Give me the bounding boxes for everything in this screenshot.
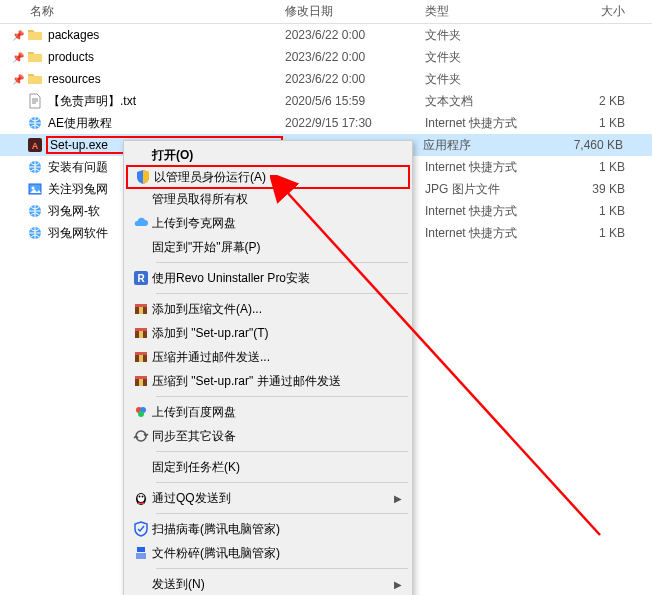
svg-point-27: [139, 496, 141, 498]
menu-qq-label: 通过QQ发送到: [152, 490, 392, 507]
menu-revo-install[interactable]: R 使用Revo Uninstaller Pro安装: [126, 266, 410, 290]
menu-pin-taskbar[interactable]: 固定到任务栏(K): [126, 455, 410, 479]
menu-rar-mailto[interactable]: 压缩到 "Set-up.rar" 并通过邮件发送: [126, 369, 410, 393]
file-row[interactable]: AE使用教程2022/9/15 17:30Internet 快捷方式1 KB: [0, 112, 652, 134]
svg-rect-20: [135, 376, 147, 379]
folder-icon: [26, 26, 44, 44]
menu-pin-to-start-label: 固定到"开始"屏幕(P): [152, 239, 402, 256]
file-row[interactable]: 📌packages2023/6/22 0:00文件夹: [0, 24, 652, 46]
svg-rect-21: [139, 379, 143, 386]
folder-icon: [26, 48, 44, 66]
file-size: 1 KB: [555, 160, 625, 174]
menu-send-to[interactable]: 发送到(N) ▶: [126, 572, 410, 595]
blank-icon: [130, 575, 152, 593]
menu-separator: [156, 568, 408, 569]
blank-icon: [130, 146, 152, 164]
file-type: Internet 快捷方式: [425, 225, 555, 242]
file-type: 文件夹: [425, 71, 555, 88]
svg-rect-15: [139, 331, 143, 338]
column-size[interactable]: 大小: [555, 3, 625, 20]
shield-icon: [132, 168, 154, 186]
menu-separator: [156, 262, 408, 263]
file-type: 文件夹: [425, 49, 555, 66]
menu-baidu-upload[interactable]: 上传到百度网盘: [126, 400, 410, 424]
pin-icon: 📌: [10, 74, 26, 85]
file-name: AE使用教程: [48, 115, 285, 132]
url-icon: [26, 158, 44, 176]
baidu-cloud-icon: [130, 403, 152, 421]
winrar-icon: [130, 324, 152, 342]
file-type: 文件夹: [425, 27, 555, 44]
file-row[interactable]: 📌resources2023/6/22 0:00文件夹: [0, 68, 652, 90]
column-type[interactable]: 类型: [425, 3, 555, 20]
menu-scan-label: 扫描病毒(腾讯电脑管家): [152, 521, 402, 538]
menu-rar-addto[interactable]: 添加到 "Set-up.rar"(T): [126, 321, 410, 345]
tencent-shred-icon: [130, 544, 152, 562]
menu-open[interactable]: 打开(O): [126, 143, 410, 167]
file-size: 1 KB: [555, 204, 625, 218]
sync-icon: [130, 427, 152, 445]
menu-file-shred[interactable]: 文件粉碎(腾讯电脑管家): [126, 541, 410, 565]
file-date: 2020/5/6 15:59: [285, 94, 425, 108]
svg-rect-29: [137, 547, 145, 552]
menu-qq-send[interactable]: 通过QQ发送到 ▶: [126, 486, 410, 510]
menu-shred-label: 文件粉碎(腾讯电脑管家): [152, 545, 402, 562]
menu-rar-add[interactable]: 添加到压缩文件(A)...: [126, 297, 410, 321]
menu-upload-kuake[interactable]: 上传到夸克网盘: [126, 211, 410, 235]
pin-icon: 📌: [10, 52, 26, 63]
file-size: 39 KB: [555, 182, 625, 196]
context-menu: 打开(O) 以管理员身份运行(A) 管理员取得所有权 上传到夸克网盘 固定到"开…: [123, 140, 413, 595]
menu-run-as-admin-label: 以管理员身份运行(A): [154, 169, 400, 186]
svg-rect-11: [135, 304, 147, 307]
file-row[interactable]: 【免责声明】.txt2020/5/6 15:59文本文档2 KB: [0, 90, 652, 112]
submenu-arrow-icon: ▶: [394, 579, 402, 590]
folder-icon: [26, 70, 44, 88]
file-date: 2023/6/22 0:00: [285, 28, 425, 42]
menu-pin-to-start[interactable]: 固定到"开始"屏幕(P): [126, 235, 410, 259]
blank-icon: [130, 190, 152, 208]
menu-open-label: 打开(O): [152, 147, 402, 164]
file-type: JPG 图片文件: [425, 181, 555, 198]
menu-run-as-admin[interactable]: 以管理员身份运行(A): [126, 165, 410, 189]
svg-rect-12: [139, 307, 143, 314]
menu-rar-mail[interactable]: 压缩并通过邮件发送...: [126, 345, 410, 369]
svg-rect-17: [135, 352, 147, 355]
column-date[interactable]: 修改日期: [285, 3, 425, 20]
file-date: 2022/9/15 17:30: [285, 116, 425, 130]
file-name: packages: [48, 28, 285, 42]
svg-text:A: A: [32, 141, 39, 151]
revo-icon: R: [130, 269, 152, 287]
svg-point-26: [138, 494, 145, 502]
svg-point-28: [142, 496, 144, 498]
file-date: 2023/6/22 0:00: [285, 72, 425, 86]
column-name[interactable]: 名称: [30, 3, 285, 20]
txt-icon: [26, 92, 44, 110]
svg-text:R: R: [137, 273, 145, 284]
winrar-icon: [130, 372, 152, 390]
jpg-icon: [26, 180, 44, 198]
file-date: 2023/6/22 0:00: [285, 50, 425, 64]
menu-baidu-sync[interactable]: 同步至其它设备: [126, 424, 410, 448]
menu-separator: [156, 482, 408, 483]
url-icon: [26, 202, 44, 220]
svg-point-24: [138, 411, 144, 417]
file-name: products: [48, 50, 285, 64]
menu-separator: [156, 396, 408, 397]
url-icon: [26, 224, 44, 242]
menu-revo-label: 使用Revo Uninstaller Pro安装: [152, 270, 402, 287]
menu-rar-addto-label: 添加到 "Set-up.rar"(T): [152, 325, 402, 342]
menu-upload-kuake-label: 上传到夸克网盘: [152, 215, 402, 232]
svg-rect-18: [139, 355, 143, 362]
menu-rar-mail-label: 压缩并通过邮件发送...: [152, 349, 402, 366]
file-name: resources: [48, 72, 285, 86]
submenu-arrow-icon: ▶: [394, 493, 402, 504]
menu-take-ownership-label: 管理员取得所有权: [152, 191, 402, 208]
menu-take-ownership[interactable]: 管理员取得所有权: [126, 187, 410, 211]
file-row[interactable]: 📌products2023/6/22 0:00文件夹: [0, 46, 652, 68]
file-type: Internet 快捷方式: [425, 159, 555, 176]
menu-baidu-label: 上传到百度网盘: [152, 404, 402, 421]
menu-scan-virus[interactable]: 扫描病毒(腾讯电脑管家): [126, 517, 410, 541]
cloud-icon: [130, 214, 152, 232]
tencent-scan-icon: [130, 520, 152, 538]
exe-icon: A: [26, 136, 44, 154]
